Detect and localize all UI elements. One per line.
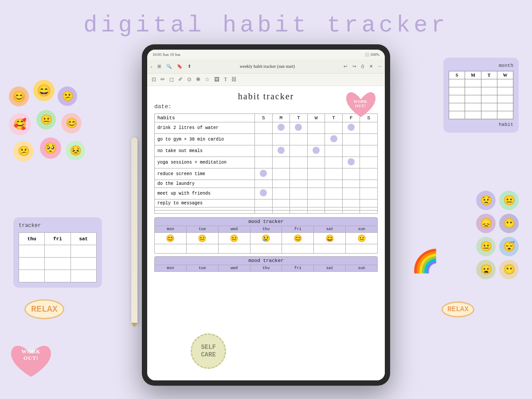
workout-line1: WORK — [21, 348, 40, 356]
search-icon[interactable]: 🔍 — [166, 64, 172, 69]
habit-dot-cell — [255, 145, 273, 157]
mood-extra-row-1 — [154, 244, 378, 254]
habit-dot-cell — [325, 168, 343, 180]
export-icon[interactable]: ⎙ — [361, 64, 364, 69]
habit-dot-cell — [325, 157, 343, 168]
back-icon[interactable]: ‹ — [151, 64, 152, 69]
eraser-tool[interactable]: ◻ — [169, 76, 174, 83]
habit-dot-cell — [272, 200, 290, 207]
link-tool[interactable]: ⛓ — [231, 76, 237, 83]
habit-name: yoga sessions + meditation — [155, 157, 255, 168]
pen-tool[interactable]: ✏ — [160, 76, 165, 83]
mood-day-sat-2: sat — [314, 265, 346, 271]
habit-dot-cell — [360, 188, 378, 200]
habit-dot-cell — [290, 168, 308, 180]
grid-icon[interactable]: ⊞ — [157, 64, 161, 69]
pencil-tool[interactable]: ✐ — [178, 76, 183, 83]
habit-dot-cell — [342, 145, 360, 157]
mood-emoji-sun: 😐 — [346, 233, 377, 244]
habit-dot-cell — [290, 180, 308, 188]
day-w: W — [307, 114, 325, 122]
left-tracker-card: tracker thu fri sat — [13, 217, 102, 288]
habit-dot-cell — [307, 134, 325, 145]
mood-emoji-thu: 😢 — [250, 233, 282, 244]
battery-indicator: ⬜ 100% — [364, 52, 379, 57]
habit-row: reduce screen time — [155, 168, 378, 180]
habit-name: reply to messages — [155, 200, 255, 207]
cal-cell — [465, 79, 481, 87]
tablet-screen: 10:05 Sun 19 Jun ⬜ 100% ‹ ⊞ 🔍 🔖 ⬆ weekly… — [147, 50, 385, 380]
emoji-sticker-6: 😊 — [61, 113, 82, 133]
image-tool[interactable]: 🖼 — [214, 76, 219, 83]
habit-dot-cell — [255, 180, 273, 188]
day-s1: S — [255, 114, 273, 122]
habit-dot-cell — [307, 157, 325, 168]
habit-row: reply to messages — [155, 200, 378, 207]
habit-dot-cell — [290, 122, 308, 134]
right-emoji-7: 😦 — [476, 260, 496, 279]
habit-dot-cell — [307, 145, 325, 157]
close-icon[interactable]: ✕ — [369, 64, 373, 69]
tablet-toolbar: ‹ ⊞ 🔍 🔖 ⬆ weekly habit tracker (sun star… — [147, 59, 385, 74]
habit-name: meet up with friends — [155, 188, 255, 200]
mood-emoji-wed: 😐 — [219, 233, 250, 244]
right-emoji-5: 😐 — [476, 237, 496, 256]
habit-dot-cell — [272, 168, 290, 180]
tracker-cell — [45, 245, 70, 258]
cal-cell — [481, 79, 497, 87]
col-thu: thu — [19, 233, 45, 245]
tracker-cell — [70, 245, 96, 258]
habit-dot-cell — [272, 211, 290, 214]
lasso-tool[interactable]: ⊙ — [187, 76, 192, 83]
emoji-sticker-5: 😐 — [36, 110, 56, 129]
paint-tool[interactable]: ❋ — [196, 76, 200, 83]
mood-emoji-sat: 😄 — [314, 233, 346, 244]
habit-dot-cell — [272, 122, 290, 134]
text-tool[interactable]: T — [224, 76, 227, 83]
cal-cell — [497, 87, 513, 95]
mood-day-sat: sat — [314, 226, 346, 232]
tracker-cell — [70, 270, 96, 282]
bookmark-icon[interactable]: 🔖 — [177, 64, 182, 69]
habit-dot-cell — [342, 168, 360, 180]
habit-name: no take out meals — [155, 145, 255, 157]
undo-icon[interactable]: ↩ — [344, 64, 347, 69]
day-t1: T — [290, 114, 308, 122]
habit-dot-cell — [307, 122, 325, 134]
habit-dot-cell — [360, 211, 378, 214]
relax-sticker-right: RELAX — [442, 301, 474, 317]
habit-name: go to gym + 30 min cardio — [155, 134, 255, 145]
more-icon[interactable]: ··· — [378, 64, 382, 69]
col-sat: sat — [70, 233, 96, 245]
habit-dot-cell — [307, 188, 325, 200]
mood-day-thu: thu — [250, 226, 282, 232]
mood-emoji-tue: 😐 — [187, 233, 219, 244]
habit-dot-cell — [325, 180, 343, 188]
emoji-sticker-2: 😄 — [33, 80, 55, 101]
cal-cell — [481, 87, 497, 95]
habit-dot-cell — [272, 207, 290, 211]
habit-row: drink 2 litres of water — [155, 122, 378, 134]
mood-tracker-section: mood tracker mon tue wed thu fri sat sun… — [154, 217, 378, 254]
habit-dot-cell — [272, 145, 290, 157]
mood-day-mon-2: mon — [155, 265, 187, 271]
right-calendar-card: month S M T W — [443, 58, 519, 133]
workout-sticker-container: WORK OUT! — [345, 90, 376, 118]
habit-dot-cell — [360, 200, 378, 207]
habit-dot-cell — [255, 188, 273, 200]
cal-cell — [481, 103, 497, 111]
share-icon[interactable]: ⬆ — [188, 64, 191, 69]
redo-icon[interactable]: ↪ — [352, 64, 356, 69]
mood-day-wed-2: wed — [219, 265, 250, 271]
habit-dot-cell — [325, 145, 343, 157]
habit-name — [155, 211, 255, 214]
right-emoji-3: 😞 — [476, 214, 496, 233]
select-tool[interactable]: ⊡ — [152, 76, 156, 83]
workout-bottom-sticker: WORK OUT! — [9, 341, 53, 381]
star-tool[interactable]: ☆ — [205, 76, 210, 83]
date-label: date: — [154, 103, 378, 110]
tablet-status-bar: 10:05 Sun 19 Jun ⬜ 100% — [147, 50, 385, 59]
left-tracker-title: tracker — [19, 223, 97, 229]
habit-dot-cell — [325, 122, 343, 134]
habit-dot-cell — [342, 134, 360, 145]
